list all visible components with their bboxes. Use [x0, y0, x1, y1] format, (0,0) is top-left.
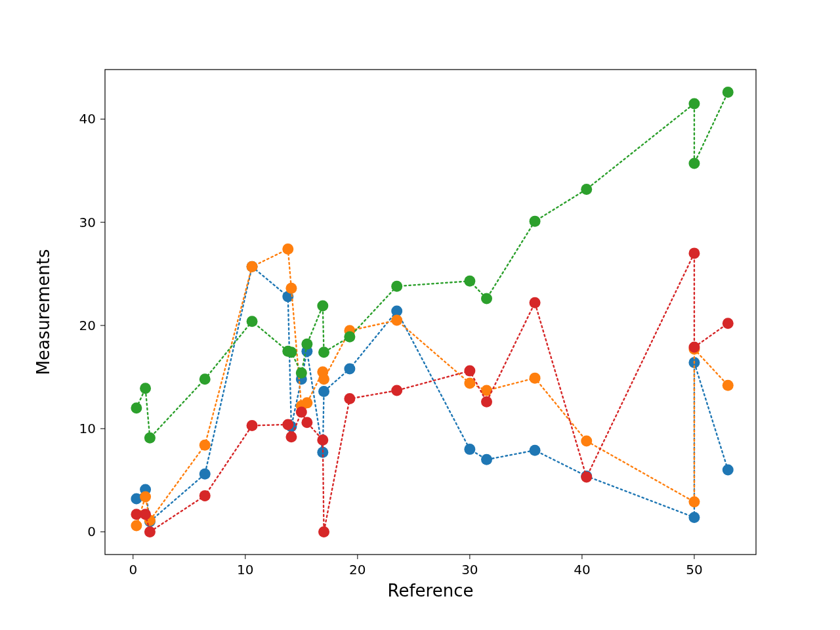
y-tick-label: 0: [87, 524, 96, 539]
x-ticks: 01020304050: [129, 555, 702, 578]
series-marker-series-3: [317, 301, 328, 312]
series-marker-series-3: [285, 346, 297, 358]
plot-border: [105, 70, 756, 555]
series-marker-series-4: [318, 526, 329, 537]
series-marker-series-1: [200, 469, 211, 480]
series-marker-series-4: [481, 396, 492, 408]
series-line-series-4: [136, 253, 728, 532]
y-ticks: 010203040: [79, 111, 105, 539]
x-tick-label: 10: [237, 562, 253, 578]
chart-container: 01020304050 010203040 Reference Measurem…: [0, 0, 840, 630]
series-marker-series-4: [317, 434, 328, 446]
series-marker-series-3: [688, 158, 700, 169]
series-marker-series-4: [200, 490, 211, 501]
series-marker-series-2: [581, 436, 592, 447]
x-tick-label: 30: [461, 562, 478, 578]
x-tick-label: 40: [574, 562, 590, 578]
series-marker-series-4: [688, 247, 700, 259]
series-marker-series-3: [481, 293, 492, 304]
series-marker-series-2: [131, 520, 142, 531]
x-axis-label: Reference: [388, 581, 474, 600]
series-marker-series-4: [391, 385, 402, 396]
series-marker-series-4: [296, 407, 307, 418]
x-tick-label: 0: [129, 562, 137, 578]
chart-svg: 01020304050 010203040 Reference Measurem…: [0, 0, 840, 630]
series-marker-series-2: [318, 373, 329, 385]
series-marker-series-2: [301, 397, 312, 408]
series-marker-series-4: [344, 393, 355, 404]
series-marker-series-3: [318, 346, 329, 358]
series-marker-series-3: [581, 184, 592, 195]
series-line-series-1: [136, 266, 728, 521]
x-tick-label: 20: [349, 562, 366, 578]
series-marker-series-1: [723, 465, 734, 476]
y-axis-label: Measurements: [33, 249, 53, 375]
series-marker-series-3: [530, 216, 541, 227]
series-marker-series-3: [391, 281, 402, 292]
series-marker-series-1: [481, 454, 492, 465]
series-marker-series-2: [688, 496, 700, 507]
series-marker-series-3: [140, 383, 151, 394]
series-marker-series-1: [464, 444, 475, 455]
series-marker-series-2: [200, 440, 211, 451]
series-marker-series-3: [200, 373, 211, 385]
series-marker-series-1: [688, 512, 700, 523]
series-marker-series-2: [723, 380, 734, 391]
series-marker-series-1: [318, 386, 329, 397]
series-marker-series-3: [296, 368, 307, 379]
series-marker-series-3: [247, 316, 258, 327]
series-marker-series-2: [530, 373, 541, 384]
series-marker-series-1: [530, 445, 541, 456]
x-tick-label: 50: [686, 562, 702, 578]
series-marker-series-3: [131, 402, 142, 413]
series-marker-series-4: [464, 366, 475, 377]
series-marker-series-4: [144, 526, 156, 537]
y-tick-label: 30: [79, 215, 96, 230]
series-marker-series-3: [464, 276, 475, 287]
series-marker-series-2: [140, 491, 151, 502]
series-marker-series-4: [282, 419, 293, 430]
series-marker-series-2: [247, 261, 258, 272]
series-marker-series-3: [144, 432, 156, 444]
series-marker-series-1: [344, 363, 355, 374]
series-marker-series-3: [344, 331, 355, 343]
series-marker-series-3: [688, 98, 700, 109]
series-marker-series-4: [140, 509, 151, 520]
series-marker-series-4: [301, 417, 312, 428]
series-marker-series-3: [301, 339, 312, 350]
series-marker-series-4: [688, 341, 700, 352]
series-marker-series-2: [282, 243, 293, 255]
series-marker-series-4: [723, 318, 734, 329]
series-marker-series-4: [285, 431, 297, 442]
series-marker-series-2: [285, 283, 297, 294]
series-marker-series-4: [530, 297, 541, 308]
series-group: [131, 87, 733, 537]
y-tick-label: 10: [79, 421, 96, 436]
y-tick-label: 20: [79, 318, 96, 333]
y-tick-label: 40: [79, 111, 96, 127]
series-marker-series-4: [247, 420, 258, 431]
series-marker-series-4: [581, 472, 592, 483]
series-marker-series-2: [391, 315, 402, 326]
series-marker-series-3: [723, 87, 734, 98]
